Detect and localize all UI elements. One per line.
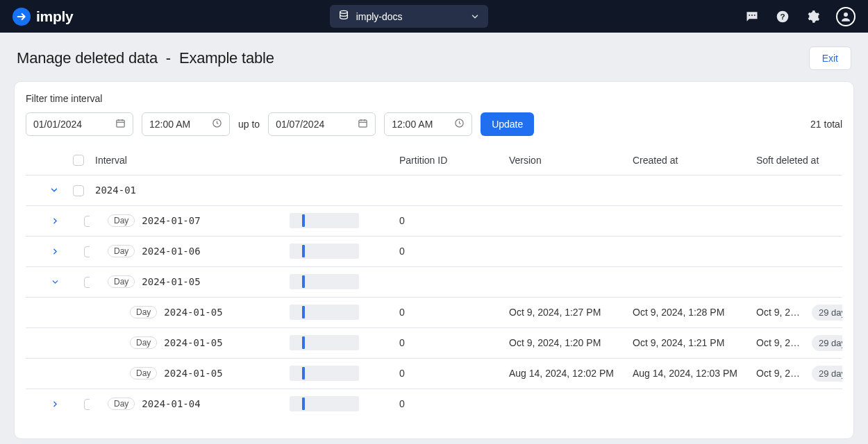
title-tablename: Example table	[179, 49, 274, 67]
interval-value: 2024-01-05	[142, 276, 200, 287]
partition-id: 0	[394, 205, 503, 236]
calendar-icon	[358, 118, 368, 130]
project-name: imply-docs	[356, 11, 403, 22]
day-badge: Day	[108, 245, 135, 257]
title-separator: -	[166, 49, 171, 67]
title-prefix: Manage deleted data	[17, 49, 158, 67]
size-bar	[290, 335, 359, 350]
svg-point-6	[844, 12, 848, 17]
page-title: Manage deleted data - Example table	[17, 49, 274, 67]
svg-rect-1	[749, 15, 750, 16]
col-partition[interactable]: Partition ID	[394, 146, 503, 175]
comment-icon[interactable]	[744, 9, 760, 24]
up-to-label: up to	[238, 119, 260, 130]
col-created[interactable]: Created at	[627, 146, 751, 175]
row-checkbox[interactable]	[84, 246, 90, 257]
interval-value: 2024-01	[95, 185, 136, 196]
day-badge: Day	[108, 214, 135, 227]
created-at: Oct 9, 2024, 1:21 PM	[627, 327, 751, 358]
soft-deleted-at: Oct 9, 2…	[751, 297, 806, 327]
table-row[interactable]: 2024-01	[26, 175, 842, 205]
table-row[interactable]: Day2024-01-05	[26, 266, 842, 297]
interval-value: 2024-01-04	[142, 398, 200, 409]
size-bar	[290, 366, 359, 381]
table-row[interactable]: Day2024-01-06 0	[26, 236, 842, 266]
table-row[interactable]: Day2024-01-04 0	[26, 388, 842, 414]
avatar[interactable]	[836, 7, 856, 26]
end-time-value: 12:00 AM	[392, 119, 433, 130]
day-badge: Day	[130, 306, 157, 318]
page-header: Manage deleted data - Example table Exit	[0, 33, 868, 81]
update-button[interactable]: Update	[481, 112, 534, 136]
start-date-input[interactable]: 01/01/2024	[26, 112, 133, 136]
partition-id: 0	[394, 358, 503, 388]
size-bar	[290, 396, 359, 411]
table-row[interactable]: Day2024-01-05 0 Oct 9, 2024, 1:27 PM Oct…	[26, 297, 842, 327]
day-badge: Day	[130, 336, 157, 349]
select-all-checkbox[interactable]	[73, 155, 84, 166]
svg-point-0	[340, 10, 347, 13]
soft-deleted-at: Oct 9, 2…	[751, 327, 806, 358]
row-checkbox[interactable]	[84, 277, 90, 288]
partition-id: 0	[394, 236, 503, 266]
size-bar	[290, 274, 359, 289]
days-left-badge: 29 days left	[812, 366, 842, 382]
gear-icon[interactable]	[806, 9, 821, 24]
version: Aug 14, 2024, 12:02 PM	[503, 358, 627, 388]
soft-deleted-at: Oct 9, 2…	[751, 358, 806, 388]
chevron-down-icon[interactable]	[49, 185, 59, 195]
svg-rect-12	[359, 120, 367, 127]
col-soft-deleted[interactable]: Soft deleted at	[751, 146, 842, 175]
chevron-down-icon[interactable]	[51, 278, 60, 287]
start-time-input[interactable]: 12:00 AM	[142, 112, 230, 136]
calendar-icon	[115, 118, 126, 130]
table-row[interactable]: Day2024-01-07 0	[26, 205, 842, 236]
clock-icon	[454, 118, 465, 130]
end-time-input[interactable]: 12:00 AM	[384, 112, 472, 136]
table-header-row: Interval Partition ID Version Created at…	[26, 146, 842, 175]
logo[interactable]: imply	[12, 8, 73, 26]
chevron-right-icon[interactable]	[51, 247, 60, 256]
logo-text: imply	[36, 8, 73, 25]
col-interval[interactable]: Interval	[90, 146, 284, 175]
logo-icon	[12, 8, 31, 26]
segments-table: Interval Partition ID Version Created at…	[26, 146, 842, 414]
interval-value: 2024-01-06	[142, 246, 200, 257]
created-at: Aug 14, 2024, 12:03 PM	[627, 358, 751, 388]
size-bar	[290, 305, 359, 320]
end-date-input[interactable]: 01/07/2024	[268, 112, 376, 136]
chevron-right-icon[interactable]	[51, 400, 60, 409]
day-badge: Day	[108, 398, 135, 410]
table-row[interactable]: Day2024-01-05 0 Oct 9, 2024, 1:20 PM Oct…	[26, 327, 842, 358]
partition-id: 0	[394, 388, 503, 414]
table-row[interactable]: Day2024-01-05 0 Aug 14, 2024, 12:02 PM A…	[26, 358, 842, 388]
partition-id: 0	[394, 327, 503, 358]
version: Oct 9, 2024, 1:20 PM	[503, 327, 627, 358]
exit-button[interactable]: Exit	[809, 46, 851, 70]
interval-value: 2024-01-05	[164, 337, 222, 348]
svg-rect-2	[751, 15, 753, 16]
size-bar	[290, 244, 359, 259]
day-badge: Day	[130, 367, 157, 379]
card: Filter time interval 01/01/2024 12:00 AM…	[14, 81, 854, 439]
table-scroll[interactable]: Interval Partition ID Version Created at…	[26, 146, 842, 414]
filter-label: Filter time interval	[26, 93, 842, 104]
svg-rect-3	[754, 15, 756, 16]
day-badge: Day	[108, 275, 135, 288]
start-time-value: 12:00 AM	[149, 119, 190, 130]
created-at: Oct 9, 2024, 1:28 PM	[627, 297, 751, 327]
row-checkbox[interactable]	[84, 216, 90, 227]
chevron-right-icon[interactable]	[51, 216, 60, 225]
days-left-badge: 29 days left	[812, 335, 842, 351]
row-checkbox[interactable]	[73, 185, 84, 196]
help-icon[interactable]: ?	[775, 9, 790, 24]
row-checkbox[interactable]	[84, 399, 90, 410]
project-picker[interactable]: imply-docs	[330, 5, 488, 28]
interval-value: 2024-01-07	[142, 215, 200, 226]
end-date-value: 01/07/2024	[276, 119, 324, 130]
size-bar	[290, 213, 359, 228]
partition-id: 0	[394, 297, 503, 327]
days-left-badge: 29 days left	[812, 305, 842, 321]
start-date-value: 01/01/2024	[33, 119, 82, 130]
col-version[interactable]: Version	[503, 146, 627, 175]
